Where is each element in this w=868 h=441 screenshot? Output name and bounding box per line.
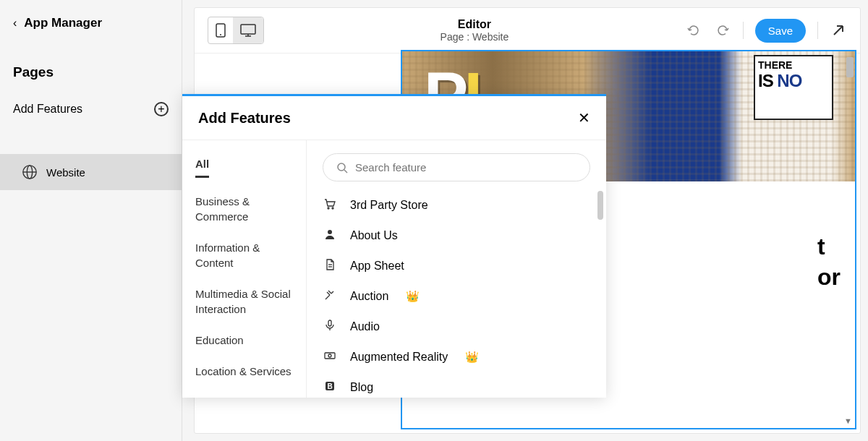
svg-point-17 [328, 354, 331, 357]
page-item-label: Website [46, 166, 85, 179]
svg-point-11 [332, 207, 333, 209]
undo-button[interactable] [685, 22, 702, 39]
editor-subtitle: Page : Website [264, 31, 685, 43]
external-icon [832, 24, 845, 37]
topbar-actions: Save [685, 19, 847, 43]
modal-title: Add Features [198, 110, 291, 127]
svg-point-10 [328, 207, 329, 209]
canvas-scrollbar[interactable]: ▼ [842, 53, 855, 429]
close-button[interactable]: ✕ [578, 109, 590, 127]
gavel-icon [323, 288, 337, 304]
hero-poster: THERE IS NO [754, 55, 833, 120]
person-icon [323, 228, 337, 244]
feature-name: About Us [350, 229, 398, 242]
device-toggle [208, 17, 264, 44]
category-all[interactable]: All [195, 156, 209, 178]
chevron-left-icon: ‹ [13, 17, 17, 30]
add-features-modal: Add Features ✕ All Business & Commerce I… [182, 94, 606, 398]
feature-name: App Sheet [350, 260, 404, 273]
desktop-icon [240, 24, 256, 37]
svg-point-12 [328, 230, 332, 234]
feature-scrollbar[interactable] [597, 191, 603, 220]
feature-item-3rd-party-store[interactable]: 3rd Party Store [323, 197, 590, 213]
feature-list: 3rd Party StoreAbout UsApp SheetAuction👑… [323, 197, 590, 395]
scroll-down-icon[interactable]: ▼ [844, 416, 852, 425]
mobile-icon [216, 23, 226, 38]
svg-text:B: B [327, 382, 332, 390]
category-information[interactable]: Information & Content [195, 240, 293, 270]
svg-point-8 [338, 163, 345, 171]
premium-crown-icon: 👑 [465, 351, 479, 364]
svg-line-9 [344, 170, 347, 173]
feature-item-augmented-reality[interactable]: Augmented Reality👑 [323, 349, 590, 365]
category-business[interactable]: Business & Commerce [195, 194, 293, 224]
add-features-button[interactable]: Add Features + [0, 93, 182, 125]
redo-icon [715, 23, 730, 38]
open-external-button[interactable] [830, 22, 847, 39]
ar-icon [323, 349, 337, 365]
premium-crown-icon: 👑 [406, 290, 420, 303]
feature-name: Audio [350, 320, 380, 333]
back-to-app-manager[interactable]: ‹ App Manager [0, 0, 182, 46]
cart-icon [323, 197, 337, 213]
editor-title: Editor [264, 18, 685, 31]
category-education[interactable]: Education [195, 333, 293, 348]
divider [817, 22, 818, 39]
add-features-label: Add Features [13, 103, 82, 116]
search-feature-wrap[interactable] [323, 153, 590, 181]
svg-rect-5 [241, 25, 255, 34]
device-mobile-button[interactable] [208, 17, 233, 43]
undo-icon [686, 23, 701, 38]
category-multimedia[interactable]: Multimedia & Social Interaction [195, 286, 293, 317]
category-list: All Business & Commerce Information & Co… [182, 140, 307, 398]
feature-list-panel: 3rd Party StoreAbout UsApp SheetAuction👑… [307, 140, 606, 398]
globe-icon [22, 164, 38, 180]
search-icon [336, 162, 348, 174]
blog-icon: B [323, 380, 337, 395]
modal-header: Add Features ✕ [182, 96, 606, 140]
device-desktop-button[interactable] [233, 17, 263, 43]
svg-rect-15 [328, 320, 331, 326]
svg-point-4 [220, 34, 221, 35]
save-button[interactable]: Save [755, 19, 806, 43]
feature-item-audio[interactable]: Audio [323, 319, 590, 335]
sidebar-title: App Manager [24, 16, 102, 30]
search-input[interactable] [355, 161, 576, 174]
plus-icon: + [154, 102, 169, 116]
feature-item-blog[interactable]: BBlog [323, 380, 590, 395]
feature-item-auction[interactable]: Auction👑 [323, 288, 590, 304]
category-location[interactable]: Location & Services [195, 364, 293, 379]
sidebar: ‹ App Manager Pages Add Features + Websi… [0, 0, 182, 441]
feature-name: 3rd Party Store [350, 199, 428, 212]
feature-item-app-sheet[interactable]: App Sheet [323, 258, 590, 274]
divider [743, 22, 744, 39]
feature-item-about-us[interactable]: About Us [323, 228, 590, 244]
pages-heading: Pages [0, 46, 182, 93]
editor-title-block: Editor Page : Website [264, 18, 685, 43]
redo-button[interactable] [714, 22, 731, 39]
editor-topbar: Editor Page : Website Save [195, 8, 860, 53]
scrollbar-thumb[interactable] [846, 57, 854, 77]
sidebar-item-website[interactable]: Website [0, 154, 182, 190]
feature-name: Augmented Reality [350, 351, 448, 364]
sheet-icon [323, 258, 337, 274]
feature-name: Blog [350, 381, 373, 394]
feature-name: Auction [350, 290, 388, 303]
mic-icon [323, 319, 337, 335]
canvas-body-text: t or [817, 232, 841, 292]
svg-rect-16 [325, 353, 335, 359]
